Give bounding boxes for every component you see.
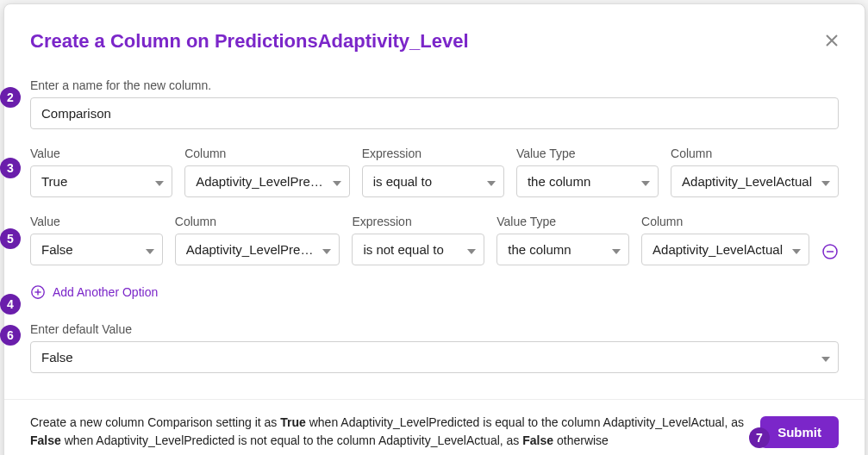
column-select[interactable]: Adaptivity_LevelPre… — [184, 165, 350, 197]
add-option-button[interactable]: Add Another Option — [30, 284, 158, 300]
close-icon[interactable] — [825, 33, 839, 50]
create-column-modal: 2 3 5 4 6 7 Create a Column on Predictio… — [3, 3, 865, 455]
add-option-label: Add Another Option — [53, 285, 158, 299]
name-label: Enter a name for the new column. — [30, 78, 839, 92]
column-name-input[interactable] — [30, 97, 839, 129]
remove-row-button[interactable] — [821, 243, 839, 265]
value-select[interactable]: True — [30, 165, 172, 197]
value-type-select[interactable]: the column — [496, 234, 629, 265]
minus-circle-icon — [821, 243, 839, 260]
expression-label: Expression — [352, 215, 484, 228]
column-select[interactable]: Adaptivity_LevelPre… — [175, 234, 340, 265]
step-badge-2: 2 — [0, 87, 21, 108]
column-label: Column — [184, 146, 350, 160]
value-select[interactable]: False — [30, 234, 163, 265]
step-badge-4: 4 — [0, 294, 21, 315]
column2-label: Column — [671, 146, 839, 160]
expression-select[interactable]: is equal to — [362, 165, 504, 197]
value-label: Value — [30, 215, 163, 228]
summary-text: Create a new column Comparison setting i… — [30, 414, 745, 450]
step-badge-6: 6 — [0, 325, 21, 346]
expression-select[interactable]: is not equal to — [352, 234, 484, 265]
submit-button[interactable]: Submit — [760, 416, 839, 448]
default-label: Enter default Value — [30, 322, 839, 336]
value-type-label: Value Type — [496, 215, 629, 228]
value-type-select[interactable]: the column — [516, 165, 659, 197]
step-badge-7: 7 — [749, 427, 770, 448]
default-value-select[interactable]: False — [30, 341, 839, 373]
step-badge-3: 3 — [0, 158, 21, 178]
value-label: Value — [30, 146, 172, 160]
column2-select[interactable]: Adaptivity_LevelActual — [641, 234, 809, 265]
value-type-label: Value Type — [516, 146, 659, 160]
condition-row: Value False Column Adaptivity_LevelPre… … — [30, 215, 839, 265]
column2-select[interactable]: Adaptivity_LevelActual — [671, 165, 839, 197]
column-label: Column — [175, 215, 340, 228]
expression-label: Expression — [362, 146, 504, 160]
step-badge-5: 5 — [0, 228, 21, 249]
column2-label: Column — [641, 215, 809, 228]
plus-circle-icon — [30, 284, 46, 300]
condition-row: Value True Column Adaptivity_LevelPre… E… — [30, 146, 839, 197]
modal-title: Create a Column on PredictionsAdaptivity… — [30, 30, 469, 53]
